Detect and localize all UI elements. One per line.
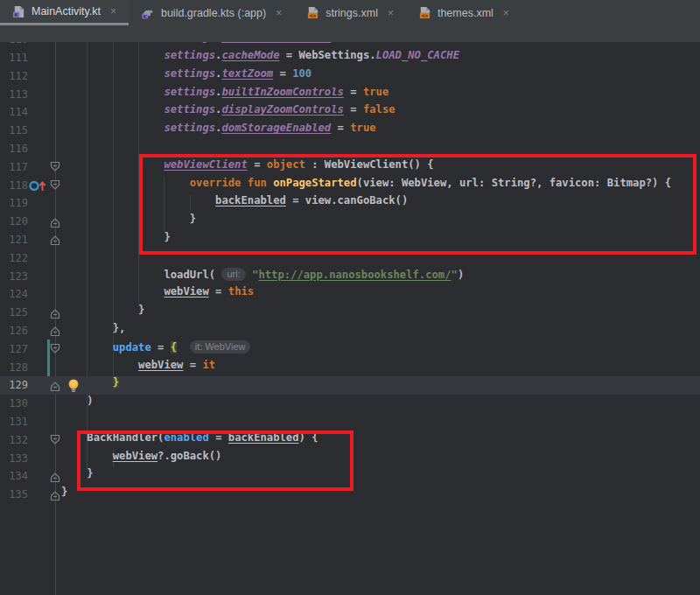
code-line-130[interactable]: 130 ) [0, 395, 700, 413]
fold-up-icon[interactable] [49, 216, 61, 228]
code-line-129[interactable]: 129 } [0, 376, 700, 395]
tab-strip: KMainActivity.kt×Kbuild.gradle.kts (:app… [0, 0, 700, 25]
code-line-115[interactable]: 115 settings.domStorageEnabled = true [0, 122, 700, 140]
fold-up-icon[interactable] [49, 234, 61, 246]
line-number: 131 [0, 413, 28, 431]
code-line-126[interactable]: 126 }, [0, 322, 700, 340]
code-text: settings.displayZoomControls = false [61, 103, 396, 122]
code-line-124[interactable]: 124 webView = this [0, 285, 700, 304]
gradle-icon: K [141, 6, 155, 19]
code-line-125[interactable]: 125 } [0, 304, 700, 322]
code-line-110[interactable]: 110 settings.javaScriptEnabled = true [0, 42, 700, 49]
overriding-method-icon[interactable] [28, 179, 49, 192]
fold-up-icon[interactable] [49, 489, 61, 501]
line-number: 126 [0, 322, 28, 340]
tab-close-icon[interactable]: × [503, 8, 509, 18]
svg-text:K: K [144, 14, 147, 19]
annotation-box-webviewclient [139, 154, 696, 255]
code-text: settings.builtInZoomControls = true [61, 86, 388, 104]
line-number: 120 [0, 213, 28, 231]
code-text: } [61, 376, 119, 395]
tab-label: strings.xml [326, 7, 378, 19]
line-number: 116 [0, 140, 28, 158]
line-number: 122 [0, 249, 28, 268]
code-text: webView = it [61, 359, 215, 377]
line-number: 128 [0, 359, 28, 377]
code-line-127[interactable]: 127 update = { it: WebView [0, 340, 700, 359]
code-line-131[interactable]: 131 [0, 413, 700, 431]
fold-down-icon[interactable] [49, 179, 61, 192]
line-number: 125 [0, 304, 28, 322]
code-text: } [61, 304, 144, 322]
code-text: loadUrl( url: "http://app.nanosbookshelf… [61, 268, 464, 286]
xml-file-icon: <> [418, 6, 431, 19]
fold-down-icon[interactable] [49, 161, 61, 173]
line-number: 129 [0, 376, 28, 395]
svg-text:K: K [14, 11, 18, 18]
code-line-128[interactable]: 128 webView = it [0, 359, 700, 377]
line-number: 112 [0, 67, 28, 86]
editor-tab-bar: KMainActivity.kt×Kbuild.gradle.kts (:app… [0, 0, 700, 42]
xml-file-icon: <> [306, 6, 319, 19]
tab-close-icon[interactable]: × [388, 8, 394, 18]
editor-tab-build-gradle-kts-app-[interactable]: Kbuild.gradle.kts (:app)× [129, 0, 294, 25]
editor-tab-mainactivity-kt[interactable]: KMainActivity.kt× [0, 0, 129, 25]
line-number: 121 [0, 231, 28, 249]
kotlin-file-icon: K [12, 5, 25, 18]
code-text: settings.textZoom = 100 [61, 67, 312, 86]
fold-up-icon[interactable] [49, 471, 61, 483]
tab-close-icon[interactable]: × [276, 8, 282, 18]
code-line-113[interactable]: 113 settings.builtInZoomControls = true [0, 86, 700, 104]
line-number: 110 [0, 42, 28, 49]
line-number: 135 [0, 486, 28, 504]
tab-label: themes.xml [438, 7, 494, 19]
editor-tab-themes-xml[interactable]: <>themes.xml× [406, 0, 522, 25]
fold-down-icon[interactable] [49, 434, 61, 446]
code-text: settings.cacheMode = WebSettings.LOAD_NO… [61, 49, 459, 67]
code-text: update = { it: WebView [61, 340, 250, 359]
editor-tab-strings-xml[interactable]: <>strings.xml× [294, 0, 406, 25]
code-text: }, [61, 322, 125, 340]
line-number: 134 [0, 467, 28, 486]
line-number: 115 [0, 122, 28, 140]
line-number: 133 [0, 450, 28, 468]
code-line-111[interactable]: 111 settings.cacheMode = WebSettings.LOA… [0, 49, 700, 67]
tab-label: build.gradle.kts (:app) [161, 7, 266, 19]
tab-label: MainActivity.kt [32, 5, 101, 18]
code-editor[interactable]: 110 settings.javaScriptEnabled = true111… [0, 42, 700, 595]
fold-up-icon[interactable] [49, 307, 61, 319]
svg-text:<>: <> [422, 12, 429, 18]
annotation-box-backhandler [77, 430, 354, 491]
code-line-112[interactable]: 112 settings.textZoom = 100 [0, 67, 700, 86]
code-text: settings.javaScriptEnabled = true [61, 42, 376, 49]
code-text: ) [61, 395, 94, 413]
line-number: 113 [0, 86, 28, 104]
line-number: 123 [0, 268, 28, 286]
fold-up-icon[interactable] [49, 325, 61, 337]
code-text: } [61, 486, 67, 504]
code-text: webView = this [61, 285, 254, 304]
line-number: 124 [0, 285, 28, 304]
line-number: 114 [0, 103, 28, 122]
fold-down-icon[interactable] [49, 343, 61, 355]
line-number: 118 [0, 177, 28, 195]
code-line-123[interactable]: 123 loadUrl( url: "http://app.nanosbooks… [0, 268, 700, 286]
svg-text:<>: <> [310, 12, 317, 18]
code-line-114[interactable]: 114 settings.displayZoomControls = false [0, 103, 700, 122]
code-text: settings.domStorageEnabled = true [61, 122, 376, 140]
fold-up-icon[interactable] [49, 380, 61, 392]
tab-close-icon[interactable]: × [110, 6, 116, 17]
line-number: 127 [0, 340, 28, 359]
line-number: 119 [0, 194, 28, 213]
line-number: 117 [0, 158, 28, 177]
line-number: 111 [0, 49, 28, 67]
line-number: 132 [0, 431, 28, 450]
line-number: 130 [0, 395, 28, 413]
